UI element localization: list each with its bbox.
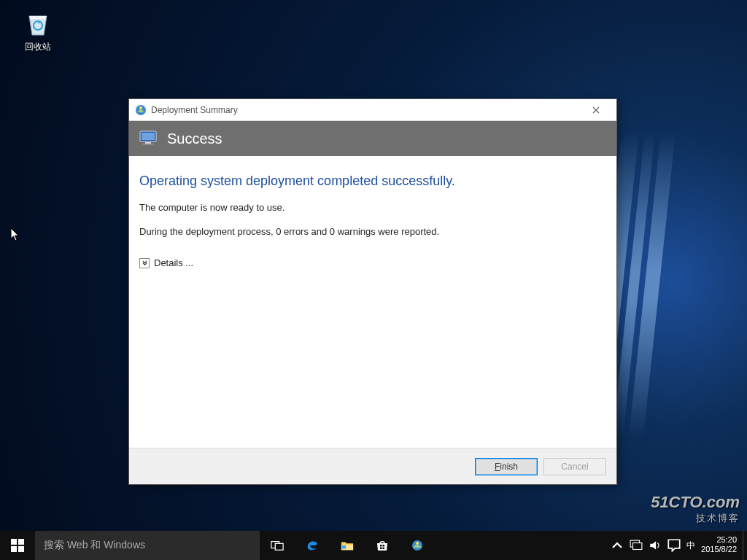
start-button[interactable] [0,531,35,560]
dialog-app-icon [135,104,147,116]
dialog-content: Operating system deployment completed su… [129,156,616,448]
recycle-bin[interactable]: 回收站 [12,9,64,53]
search-placeholder: 搜索 Web 和 Windows [44,539,145,552]
details-toggle[interactable]: Details ... [139,257,193,268]
running-app-button[interactable] [400,531,435,560]
headline: Operating system deployment completed su… [139,174,606,189]
desktop: 回收站 Deployment Summary Succe [0,0,747,560]
titlebar[interactable]: Deployment Summary [129,99,616,121]
watermark: 51CTO.com 技术博客 [651,493,740,525]
close-icon [592,106,600,114]
clock-time: 25:20 [701,535,737,545]
cancel-button: Cancel [543,458,606,475]
chevron-up-icon [611,539,624,552]
system-tray: 中 [608,531,698,560]
svg-rect-17 [380,548,382,550]
tray-chevron-up[interactable] [611,539,624,552]
notification-icon [667,539,681,552]
monitor-icon [139,131,158,147]
network-icon [630,540,643,551]
report-text: During the deployment process, 0 errors … [139,226,606,237]
recycle-bin-label: 回收站 [12,41,64,53]
edge-icon [306,539,319,552]
cursor-icon [10,228,20,242]
svg-rect-4 [142,133,155,140]
svg-rect-15 [380,545,382,547]
finish-button[interactable]: Finish [475,458,538,475]
svg-rect-12 [275,543,283,550]
banner-title: Success [167,131,222,147]
recycle-bin-icon [23,9,53,38]
banner: Success [129,121,616,156]
tray-network[interactable] [630,539,643,552]
edge-button[interactable] [295,531,330,560]
taskbar-clock[interactable]: 25:20 2015/8/22 [698,531,743,560]
windows-icon [11,539,24,552]
svg-point-2 [139,106,142,109]
close-button[interactable] [581,99,611,120]
tray-volume[interactable] [649,539,662,552]
svg-rect-6 [143,144,153,145]
svg-point-20 [416,542,419,545]
store-button[interactable] [365,531,400,560]
svg-rect-18 [383,548,385,550]
svg-rect-14 [342,545,346,549]
svg-rect-16 [383,545,385,547]
task-view-button[interactable] [260,531,295,560]
task-view-icon [271,539,284,552]
store-icon [376,539,389,552]
finish-rest: inish [500,462,518,472]
taskbar: 搜索 Web 和 Windows [0,531,747,560]
file-explorer-button[interactable] [330,531,365,560]
details-label: Details ... [154,257,193,268]
deployment-summary-dialog: Deployment Summary Success Operating sys… [128,98,617,485]
svg-rect-7 [11,539,17,545]
chevron-down-icon [139,258,150,268]
svg-rect-10 [18,546,24,552]
globe-icon [411,539,424,552]
svg-rect-8 [18,539,24,545]
search-input[interactable]: 搜索 Web 和 Windows [35,531,260,560]
svg-rect-22 [633,543,642,550]
svg-rect-9 [11,546,17,552]
folder-icon [341,539,354,552]
dialog-footer: Finish Cancel [129,448,616,484]
tray-action-center[interactable] [667,539,681,552]
show-desktop-button[interactable] [743,531,747,560]
dialog-title: Deployment Summary [151,105,581,115]
ready-text: The computer is now ready to use. [139,202,606,213]
svg-rect-5 [145,142,151,144]
watermark-line1: 51CTO.com [651,493,740,512]
ime-indicator[interactable]: 中 [686,539,695,552]
watermark-line2: 技术博客 [651,512,740,525]
volume-icon [649,540,662,551]
clock-date: 2015/8/22 [701,545,737,554]
